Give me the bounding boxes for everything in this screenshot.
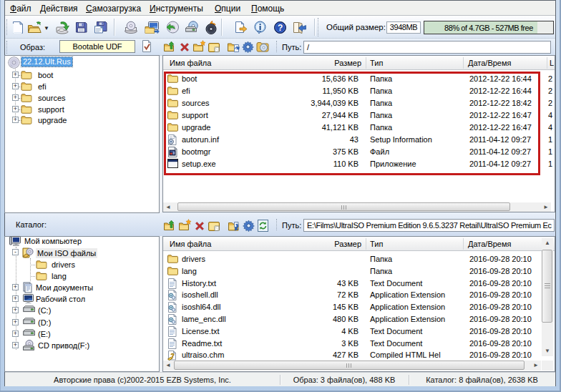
svg-text:?: ? xyxy=(278,23,283,33)
